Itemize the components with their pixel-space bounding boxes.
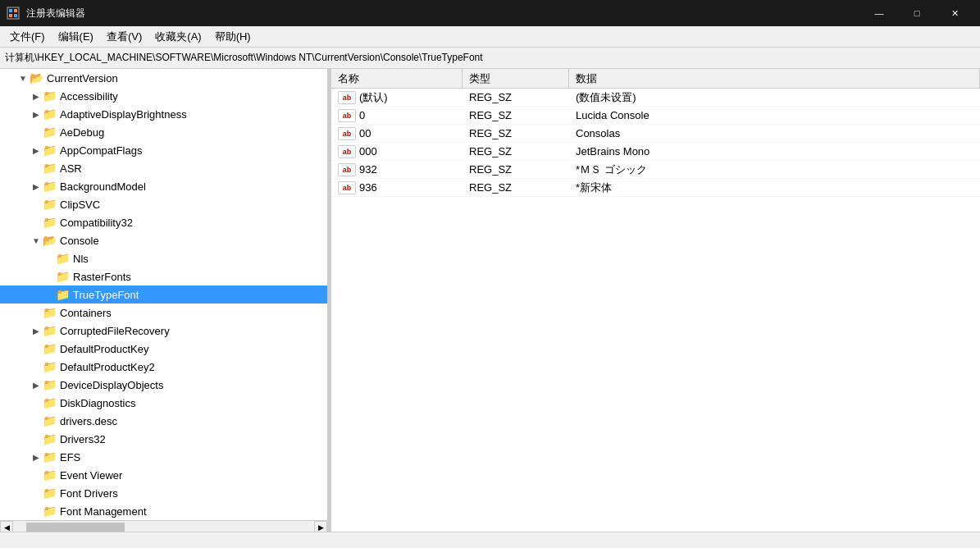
tree-item-backgroundmodel[interactable]: ▶ 📁 BackgroundModel	[0, 177, 327, 195]
close-button[interactable]: ✕	[936, 0, 973, 26]
tree-item-asr[interactable]: ▶ 📁 ASR	[0, 159, 327, 177]
address-bar: 计算机\HKEY_LOCAL_MACHINE\SOFTWARE\Microsof…	[0, 48, 980, 69]
table-row[interactable]: ab 00 REG_SZ Consolas	[331, 125, 980, 143]
tree-item-drivers32[interactable]: ▶ 📁 Drivers32	[0, 430, 327, 448]
tree-item-defaultproductkey2[interactable]: ▶ 📁 DefaultProductKey2	[0, 358, 327, 376]
expand-icon[interactable]: ▶	[30, 378, 43, 391]
folder-icon: 📁	[56, 270, 70, 283]
expand-icon[interactable]: ▶	[30, 89, 43, 103]
tree-item-console[interactable]: ▼ 📂 Console	[0, 231, 327, 249]
tree-hscroll[interactable]: ◀ ▶	[0, 520, 327, 532]
menu-edit[interactable]: 编辑(E)	[52, 27, 100, 47]
expand-icon[interactable]: ▶	[30, 180, 43, 193]
tree-item-defaultproductkey[interactable]: ▶ 📁 DefaultProductKey	[0, 340, 327, 358]
tree-item-fontdrivers[interactable]: ▶ 📁 Font Drivers	[0, 484, 327, 502]
value-type: REG_SZ	[469, 127, 512, 139]
tree-item-fontmanagement[interactable]: ▶ 📁 Font Management	[0, 502, 327, 520]
tree-item-aedebug[interactable]: ▶ 📁 AeDebug	[0, 123, 327, 141]
cell-type: REG_SZ	[463, 91, 569, 103]
tree-label: Font Drivers	[60, 487, 118, 500]
tree-item-devicedisplay[interactable]: ▶ 📁 DeviceDisplayObjects	[0, 376, 327, 394]
tree-label: ClipSVC	[60, 199, 100, 211]
reg-value-icon: ab	[338, 127, 356, 140]
expand-icon[interactable]: ▶	[30, 324, 43, 337]
cell-type: REG_SZ	[463, 145, 569, 158]
app-icon	[7, 7, 20, 20]
table-row[interactable]: ab 932 REG_SZ *ＭＳ ゴシック	[331, 161, 980, 179]
table-row[interactable]: ab 000 REG_SZ JetBrains Mono	[331, 143, 980, 161]
table-row[interactable]: ab 0 REG_SZ Lucida Console	[331, 107, 980, 125]
menu-favorites[interactable]: 收藏夹(A)	[148, 27, 207, 47]
reg-value-icon: ab	[338, 145, 356, 158]
folder-icon: 📁	[43, 396, 57, 409]
tree-item-nls[interactable]: ▶ 📁 Nls	[0, 249, 327, 267]
menu-file[interactable]: 文件(F)	[3, 27, 52, 47]
tree-scroll[interactable]: ▼ 📂 CurrentVersion ▶ 📁 Accessibility ▶ 📁…	[0, 69, 327, 520]
cell-name: ab 00	[331, 127, 463, 140]
scroll-left-arrow[interactable]: ◀	[0, 521, 13, 532]
value-name: 936	[359, 181, 377, 194]
value-name: 000	[359, 145, 377, 158]
scroll-track[interactable]	[13, 521, 314, 532]
collapse-icon[interactable]: ▼	[16, 71, 30, 84]
folder-icon: 📁	[56, 288, 70, 301]
tree-label: Accessibility	[60, 90, 118, 103]
table-row[interactable]: ab 936 REG_SZ *新宋体	[331, 179, 980, 197]
cell-data: Consolas	[569, 127, 980, 139]
value-name: 00	[359, 127, 371, 139]
col-header-name[interactable]: 名称	[331, 69, 463, 88]
right-panel: 名称 类型 数据 ab (默认) REG_SZ (数值未设置)	[331, 69, 980, 532]
cell-data: *ＭＳ ゴシック	[569, 162, 980, 177]
expand-icon[interactable]: ▶	[30, 450, 43, 464]
scroll-thumb[interactable]	[26, 523, 125, 532]
tree-item-diskdiagnostics[interactable]: ▶ 📁 DiskDiagnostics	[0, 394, 327, 412]
value-data: Lucida Console	[576, 109, 650, 121]
folder-icon: 📁	[43, 126, 57, 139]
col-header-data[interactable]: 数据	[569, 69, 980, 88]
value-data: *ＭＳ ゴシック	[576, 162, 647, 177]
tree-item-efs[interactable]: ▶ 📁 EFS	[0, 448, 327, 466]
tree-item-adaptivedisplay[interactable]: ▶ 📁 AdaptiveDisplayBrightness	[0, 105, 327, 123]
tree-item-currentversion[interactable]: ▼ 📂 CurrentVersion	[0, 69, 327, 87]
tree-item-rasterfonts[interactable]: ▶ 📁 RasterFonts	[0, 267, 327, 285]
folder-icon: 📁	[43, 414, 57, 427]
minimize-button[interactable]: —	[860, 0, 898, 26]
value-name: 0	[359, 109, 365, 121]
scroll-right-arrow[interactable]: ▶	[314, 521, 327, 532]
tree-item-containers[interactable]: ▶ 📁 Containers	[0, 304, 327, 322]
tree-label: drivers.desc	[60, 415, 117, 427]
tree-item-eventviewer[interactable]: ▶ 📁 Event Viewer	[0, 466, 327, 484]
table-row[interactable]: ab (默认) REG_SZ (数值未设置)	[331, 89, 980, 107]
tree-item-appcompatflags[interactable]: ▶ 📁 AppCompatFlags	[0, 141, 327, 159]
collapse-icon[interactable]: ▼	[30, 234, 43, 247]
title-bar: 注册表编辑器 — □ ✕	[0, 0, 980, 26]
menu-help[interactable]: 帮助(H)	[208, 27, 258, 47]
tree-label: AeDebug	[60, 126, 104, 139]
expand-icon[interactable]: ▶	[30, 144, 43, 157]
tree-item-truetypefont[interactable]: ▶ 📁 TrueTypeFont	[0, 285, 327, 304]
folder-icon: 📁	[43, 306, 57, 319]
tree-item-corruptedfile[interactable]: ▶ 📁 CorruptedFileRecovery	[0, 322, 327, 340]
tree-item-clipsvc[interactable]: ▶ 📁 ClipSVC	[0, 195, 327, 213]
tree-item-compatibility32[interactable]: ▶ 📁 Compatibility32	[0, 213, 327, 231]
folder-icon: 📁	[43, 486, 57, 500]
folder-icon: 📁	[43, 360, 57, 373]
tree-label: DefaultProductKey	[60, 343, 148, 355]
cell-data: *新宋体	[569, 180, 980, 195]
title-bar-left: 注册表编辑器	[7, 7, 85, 21]
tree-label: CurrentVersion	[47, 72, 118, 84]
expand-icon[interactable]: ▶	[30, 107, 43, 121]
maximize-button[interactable]: □	[898, 0, 936, 26]
folder-icon: 📁	[43, 107, 57, 121]
cell-data: JetBrains Mono	[569, 145, 980, 158]
status-bar	[0, 532, 980, 548]
main-content: ▼ 📂 CurrentVersion ▶ 📁 Accessibility ▶ 📁…	[0, 69, 980, 532]
tree-item-driversdesc[interactable]: ▶ 📁 drivers.desc	[0, 412, 327, 430]
col-header-type[interactable]: 类型	[463, 69, 569, 88]
tree-item-accessibility[interactable]: ▶ 📁 Accessibility	[0, 87, 327, 105]
table-header: 名称 类型 数据	[331, 69, 980, 89]
folder-icon: 📁	[43, 432, 57, 445]
folder-icon: 📁	[43, 198, 57, 211]
reg-value-icon: ab	[338, 91, 356, 104]
menu-view[interactable]: 查看(V)	[100, 27, 148, 47]
